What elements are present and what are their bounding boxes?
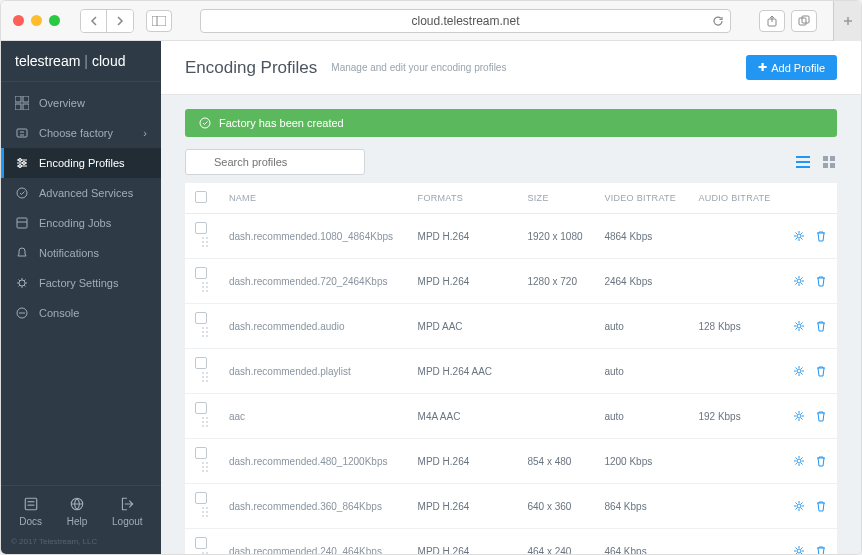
svg-rect-33 (823, 163, 828, 168)
sidebar-item-label: Encoding Profiles (39, 157, 125, 169)
settings-button[interactable] (793, 410, 805, 422)
delete-button[interactable] (815, 365, 827, 377)
search-input[interactable] (185, 149, 365, 175)
settings-button[interactable] (793, 365, 805, 377)
cell-size (517, 349, 594, 394)
grid-view-button[interactable] (821, 154, 837, 170)
sidebar-item-label: Notifications (39, 247, 99, 259)
sidebar-item-encoding-jobs[interactable]: Encoding Jobs (1, 208, 161, 238)
minimize-window-button[interactable] (31, 15, 42, 26)
table-row[interactable]: dash.recommended.480_1200KbpsMPD H.26485… (185, 439, 837, 484)
col-audio-bitrate[interactable]: AUDIO BITRATE (688, 183, 783, 214)
cell-formats: MPD H.264 (408, 529, 518, 555)
svg-point-71 (206, 462, 208, 464)
sidebar-icon (15, 216, 29, 230)
new-tab-button[interactable] (833, 1, 861, 41)
drag-handle-icon[interactable] (201, 281, 209, 293)
select-all-checkbox[interactable] (195, 191, 207, 203)
settings-button[interactable] (793, 320, 805, 332)
footer-help[interactable]: Help (67, 496, 88, 527)
col-name[interactable]: NAME (219, 183, 408, 214)
col-size[interactable]: SIZE (517, 183, 594, 214)
close-window-button[interactable] (13, 15, 24, 26)
drag-handle-icon[interactable] (201, 371, 209, 383)
svg-point-57 (206, 372, 208, 374)
footer-logout[interactable]: Logout (112, 496, 143, 527)
row-checkbox[interactable] (195, 537, 207, 549)
drag-handle-icon[interactable] (201, 326, 209, 338)
sidebar-item-overview[interactable]: Overview (1, 88, 161, 118)
help-icon (69, 496, 85, 512)
row-checkbox[interactable] (195, 447, 207, 459)
svg-point-48 (797, 279, 801, 283)
sidebar-item-choose-factory[interactable]: Choose factory› (1, 118, 161, 148)
delete-button[interactable] (815, 320, 827, 332)
share-button[interactable] (759, 10, 785, 32)
delete-button[interactable] (815, 410, 827, 422)
drag-handle-icon[interactable] (201, 506, 209, 518)
table-row[interactable]: dash.recommended.audioMPD AACauto128 Kbp… (185, 304, 837, 349)
cell-audio-bitrate (688, 484, 783, 529)
row-checkbox[interactable] (195, 492, 207, 504)
table-row[interactable]: dash.recommended.720_2464KbpsMPD H.26412… (185, 259, 837, 304)
sidebar-item-console[interactable]: Console (1, 298, 161, 328)
svg-point-16 (17, 188, 27, 198)
sidebar-item-label: Encoding Jobs (39, 217, 111, 229)
delete-button[interactable] (815, 230, 827, 242)
sidebar-item-encoding-profiles[interactable]: Encoding Profiles (1, 148, 161, 178)
svg-point-25 (200, 118, 210, 128)
cell-video-bitrate: 1200 Kbps (594, 439, 688, 484)
back-button[interactable] (81, 10, 107, 32)
svg-point-39 (202, 245, 204, 247)
drag-handle-icon[interactable] (201, 416, 209, 428)
footer-docs[interactable]: Docs (19, 496, 42, 527)
drag-handle-icon[interactable] (201, 461, 209, 473)
table-row[interactable]: dash.recommended.playlistMPD H.264 AACau… (185, 349, 837, 394)
table-row[interactable]: dash.recommended.360_864KbpsMPD H.264640… (185, 484, 837, 529)
address-bar[interactable]: cloud.telestream.net (200, 9, 731, 33)
reload-icon[interactable] (712, 15, 724, 27)
table-row[interactable]: dash.recommended.240_464KbpsMPD H.264464… (185, 529, 837, 555)
settings-button[interactable] (793, 230, 805, 242)
col-video-bitrate[interactable]: VIDEO BITRATE (594, 183, 688, 214)
settings-button[interactable] (793, 500, 805, 512)
settings-button[interactable] (793, 545, 805, 554)
sidebar-item-label: Advanced Services (39, 187, 133, 199)
svg-point-68 (206, 425, 208, 427)
main-content: Encoding Profiles Manage and edit your e… (161, 41, 861, 554)
delete-button[interactable] (815, 455, 827, 467)
sidebar-toggle-button[interactable] (146, 10, 172, 32)
add-profile-button[interactable]: ✚ Add Profile (746, 55, 837, 80)
list-view-button[interactable] (795, 154, 811, 170)
row-checkbox[interactable] (195, 312, 207, 324)
delete-button[interactable] (815, 545, 827, 554)
svg-rect-6 (23, 96, 29, 102)
table-row[interactable]: dash.recommended.1080_4864KbpsMPD H.2641… (185, 214, 837, 259)
maximize-window-button[interactable] (49, 15, 60, 26)
settings-button[interactable] (793, 275, 805, 287)
svg-point-77 (202, 507, 204, 509)
delete-button[interactable] (815, 500, 827, 512)
sidebar-icon (15, 246, 29, 260)
cell-audio-bitrate: 128 Kbps (688, 304, 783, 349)
drag-handle-icon[interactable] (201, 551, 209, 554)
forward-button[interactable] (107, 10, 133, 32)
row-checkbox[interactable] (195, 402, 207, 414)
sidebar-item-advanced-services[interactable]: Advanced Services (1, 178, 161, 208)
sidebar-item-factory-settings[interactable]: Factory Settings (1, 268, 161, 298)
sidebar-item-label: Factory Settings (39, 277, 118, 289)
svg-point-64 (206, 417, 208, 419)
tabs-button[interactable] (791, 10, 817, 32)
cell-size: 640 x 360 (517, 484, 594, 529)
row-checkbox[interactable] (195, 357, 207, 369)
delete-button[interactable] (815, 275, 827, 287)
col-formats[interactable]: FORMATS (408, 183, 518, 214)
table-row[interactable]: aacM4A AACauto192 Kbps (185, 394, 837, 439)
settings-button[interactable] (793, 455, 805, 467)
row-checkbox[interactable] (195, 222, 207, 234)
drag-handle-icon[interactable] (201, 236, 209, 248)
profiles-table: NAME FORMATS SIZE VIDEO BITRATE AUDIO BI… (185, 183, 837, 554)
svg-point-70 (202, 462, 204, 464)
sidebar-item-notifications[interactable]: Notifications (1, 238, 161, 268)
row-checkbox[interactable] (195, 267, 207, 279)
